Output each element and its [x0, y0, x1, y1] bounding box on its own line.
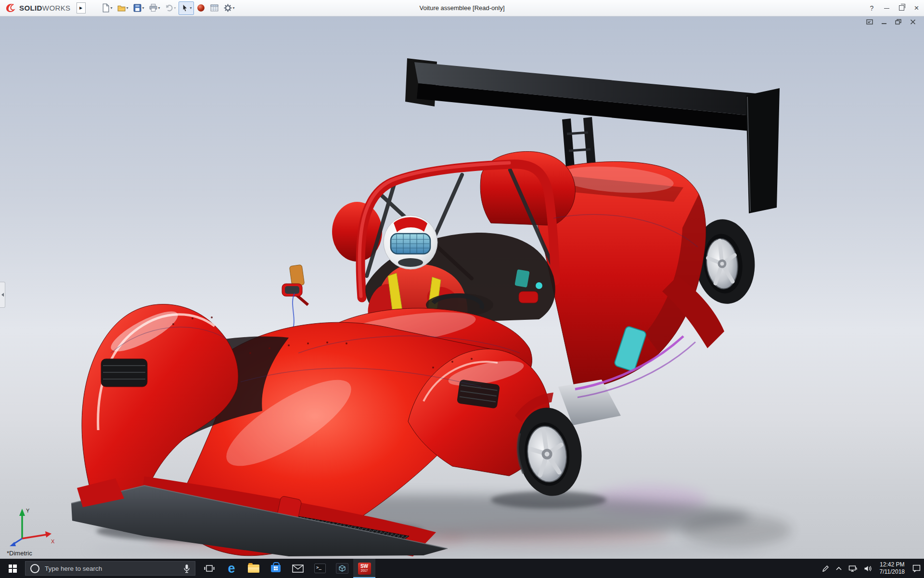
window-controls: ? × — [864, 0, 924, 16]
chevron-up-icon — [836, 566, 842, 570]
dock-pane-icon[interactable] — [866, 18, 874, 26]
save-icon — [133, 3, 142, 13]
clock-time: 12:42 PM — [880, 561, 904, 568]
window-title: Voiture assemblee [Read-only] — [419, 4, 504, 12]
triad-y-label: Y — [26, 508, 30, 513]
chevron-left-icon — [1, 293, 4, 297]
pen-icon — [822, 565, 829, 572]
taskbar-app-solidworks[interactable]: SW 2017 — [353, 559, 375, 578]
3d-model-render[interactable] — [0, 16, 924, 559]
view-orientation-label: *Dimetric — [7, 550, 32, 557]
network-icon — [848, 565, 857, 572]
help-icon: ? — [870, 4, 874, 12]
action-center-button[interactable] — [909, 559, 924, 578]
dropdown-caret[interactable]: ▾ — [233, 6, 235, 10]
titlebar: SOLIDWORKS ▶ ▾ ▾ ▾ — [0, 0, 924, 16]
triad-x-label: X — [51, 539, 55, 544]
taskbar-app-store[interactable] — [265, 559, 287, 578]
doc-restore-icon[interactable] — [895, 18, 903, 26]
dropdown-caret[interactable]: ▾ — [127, 6, 128, 10]
undo-button[interactable]: ▾ — [163, 1, 178, 15]
action-center-icon — [912, 565, 921, 572]
dropdown-caret[interactable]: ▾ — [158, 6, 160, 10]
design-table-button[interactable] — [208, 1, 221, 15]
dropdown-caret[interactable]: ▾ — [190, 6, 192, 10]
hidden-icons-button[interactable] — [833, 559, 845, 578]
select-tool-button[interactable]: ▾ — [179, 1, 194, 15]
help-button[interactable]: ? — [864, 0, 879, 16]
open-folder-icon — [117, 3, 126, 13]
console-icon: >_ — [314, 564, 326, 573]
taskbar-app-file-explorer[interactable] — [243, 559, 265, 578]
volume-button[interactable] — [860, 559, 875, 578]
new-document-icon — [101, 3, 110, 13]
dropdown-caret[interactable]: ▾ — [142, 6, 144, 10]
minimize-button[interactable] — [879, 0, 894, 16]
standard-toolbar: ▾ ▾ ▾ ▾ ▾ — [99, 0, 237, 16]
design-table-icon — [210, 3, 219, 13]
flyout-arrow-icon: ▶ — [79, 6, 82, 10]
appearance-sphere-icon — [196, 3, 205, 13]
start-button[interactable] — [0, 559, 25, 578]
network-button[interactable] — [845, 559, 860, 578]
mail-icon — [292, 565, 304, 573]
doc-minimize-icon[interactable] — [880, 18, 888, 26]
taskbar-app-edge[interactable]: e — [220, 559, 243, 578]
taskbar-app-cube[interactable] — [331, 559, 353, 578]
taskbar-search[interactable] — [25, 561, 195, 576]
graphics-viewport[interactable]: Y X *Dimetric — [0, 16, 924, 559]
ds-logo-icon — [5, 3, 17, 13]
file-explorer-icon — [248, 565, 259, 573]
clock-date: 7/11/2018 — [880, 568, 905, 576]
windows-logo-icon — [9, 565, 17, 573]
close-icon: × — [914, 3, 919, 13]
solidworks-2017-icon: SW 2017 — [358, 563, 371, 575]
appearance-button[interactable] — [194, 1, 207, 15]
store-icon — [271, 565, 281, 572]
new-document-button[interactable]: ▾ — [99, 1, 115, 15]
search-input[interactable] — [44, 565, 179, 573]
edge-icon: e — [228, 562, 235, 575]
restore-button[interactable] — [894, 0, 909, 16]
open-button[interactable]: ▾ — [115, 1, 130, 15]
brand-light: WORKS — [42, 4, 71, 12]
doc-close-icon[interactable] — [909, 18, 917, 26]
system-tray: 12:42 PM 7/11/2018 — [819, 559, 924, 578]
windows-ink-button[interactable] — [819, 559, 833, 578]
minimize-icon — [884, 8, 889, 9]
select-cursor-icon — [180, 3, 190, 13]
dropdown-caret[interactable]: ▾ — [174, 6, 176, 10]
windows-taskbar: e >_ SW 2017 — [0, 559, 924, 578]
cube-app-icon — [336, 563, 348, 574]
task-view-icon — [204, 564, 215, 573]
print-button[interactable]: ▾ — [147, 1, 162, 15]
options-button[interactable]: ▾ — [221, 1, 237, 15]
solidworks-logo: SOLIDWORKS — [0, 3, 74, 13]
task-pane-handle[interactable] — [0, 282, 5, 308]
orientation-triad: Y X — [5, 503, 58, 547]
cortana-icon — [30, 564, 39, 573]
taskbar-clock[interactable]: 12:42 PM 7/11/2018 — [875, 559, 910, 578]
taskbar-app-mail[interactable] — [287, 559, 309, 578]
undo-icon — [165, 3, 174, 13]
speaker-icon — [864, 565, 872, 572]
taskbar-app-console[interactable]: >_ — [309, 559, 331, 578]
task-view-button[interactable] — [198, 559, 220, 578]
document-window-controls — [866, 18, 917, 26]
brand-bold: SOLID — [19, 4, 42, 12]
save-button[interactable]: ▾ — [131, 1, 146, 15]
gear-icon — [223, 3, 232, 13]
restore-icon — [899, 5, 904, 11]
print-icon — [149, 3, 158, 13]
menu-flyout-button[interactable]: ▶ — [77, 2, 86, 13]
brand-text: SOLIDWORKS — [19, 4, 71, 12]
close-button[interactable]: × — [909, 0, 924, 16]
microphone-icon[interactable] — [183, 564, 190, 573]
dropdown-caret[interactable]: ▾ — [111, 6, 113, 10]
